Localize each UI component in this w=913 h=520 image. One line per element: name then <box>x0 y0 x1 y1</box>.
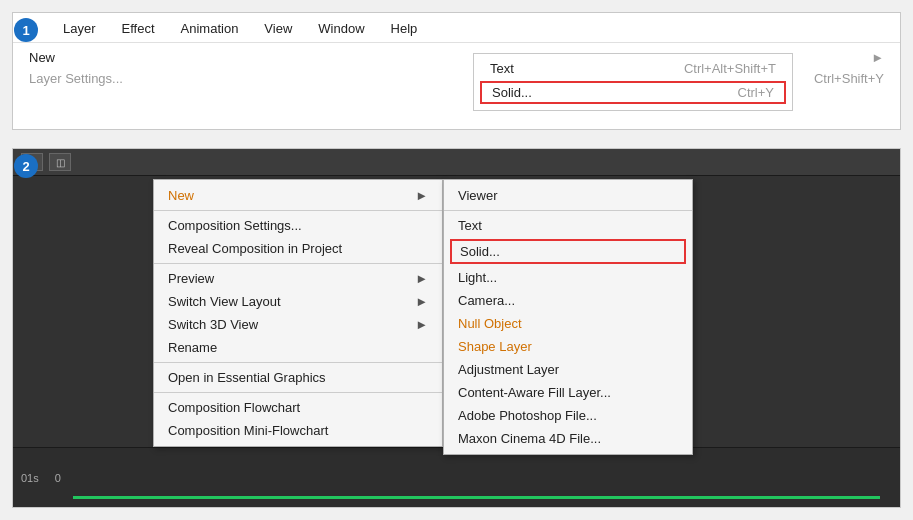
section1-panel: Layer Effect Animation View Window Help … <box>12 12 901 130</box>
sm2-viewer-row[interactable]: Viewer <box>444 184 692 207</box>
sm2-contentaware-row[interactable]: Content-Aware Fill Layer... <box>444 381 692 404</box>
dropdown1-new-arrow: ► <box>871 50 884 65</box>
section2-panel: ▭ ◫ 01s 0 New ► Composition Settings... … <box>12 148 901 508</box>
sm2-viewer-label: Viewer <box>458 188 498 203</box>
dd2-3dview-row[interactable]: Switch 3D View ► <box>154 313 442 336</box>
sm2-light-row[interactable]: Light... <box>444 266 692 289</box>
dd2-preview-row[interactable]: Preview ► <box>154 267 442 290</box>
dark-toolbar: ▭ ◫ <box>13 149 900 176</box>
submenu2: Viewer Text Solid... Light... Camera... … <box>443 179 693 455</box>
dd2-sep3 <box>154 362 442 363</box>
sm2-text-label: Text <box>458 218 482 233</box>
sm2-photoshop-label: Adobe Photoshop File... <box>458 408 597 423</box>
timeline-line <box>73 496 880 499</box>
sm2-null-label: Null Object <box>458 316 522 331</box>
menu-animation[interactable]: Animation <box>177 19 243 38</box>
menu-help[interactable]: Help <box>387 19 422 38</box>
sm2-cinema4d-label: Maxon Cinema 4D File... <box>458 431 601 446</box>
dd2-essential-label: Open in Essential Graphics <box>168 370 326 385</box>
dd2-sep2 <box>154 263 442 264</box>
submenu1-text-row[interactable]: Text Ctrl+Alt+Shift+T <box>474 58 792 79</box>
dropdown1-settings-shortcut: Ctrl+Shift+Y <box>814 71 884 86</box>
dd2-reveal-label: Reveal Composition in Project <box>168 241 342 256</box>
dd2-rename-row[interactable]: Rename <box>154 336 442 359</box>
submenu1-text-label: Text <box>490 61 684 76</box>
dd2-view-layout-row[interactable]: Switch View Layout ► <box>154 290 442 313</box>
menubar: Layer Effect Animation View Window Help <box>13 13 900 43</box>
submenu1-solid-shortcut: Ctrl+Y <box>738 85 774 100</box>
dd2-comp-settings-label: Composition Settings... <box>168 218 302 233</box>
sm2-shape-label: Shape Layer <box>458 339 532 354</box>
dd2-reveal-row[interactable]: Reveal Composition in Project <box>154 237 442 260</box>
dd2-new-row[interactable]: New ► <box>154 184 442 207</box>
submenu1: Text Ctrl+Alt+Shift+T Solid... Ctrl+Y <box>473 53 793 111</box>
dd2-essential-row[interactable]: Open in Essential Graphics <box>154 366 442 389</box>
step-badge-1: 1 <box>14 18 38 42</box>
dd2-rename-label: Rename <box>168 340 217 355</box>
timeline-label1: 01s <box>13 472 47 484</box>
dropdown2: New ► Composition Settings... Reveal Com… <box>153 179 443 447</box>
sm2-sep1 <box>444 210 692 211</box>
dd2-sep4 <box>154 392 442 393</box>
dark-background: ▭ ◫ 01s 0 New ► Composition Settings... … <box>13 149 900 507</box>
menu-effect[interactable]: Effect <box>118 19 159 38</box>
submenu1-solid-highlighted[interactable]: Solid... Ctrl+Y <box>480 81 786 104</box>
dd2-flowchart-label: Composition Flowchart <box>168 400 300 415</box>
sm2-text-row[interactable]: Text <box>444 214 692 237</box>
timeline-label2: 0 <box>47 472 69 484</box>
dd2-preview-arrow: ► <box>415 271 428 286</box>
sm2-solid-label: Solid... <box>460 244 500 259</box>
dd2-view-layout-arrow: ► <box>415 294 428 309</box>
dd2-new-label: New <box>168 188 194 203</box>
menu-view[interactable]: View <box>260 19 296 38</box>
sm2-light-label: Light... <box>458 270 497 285</box>
timeline-area: 01s 0 <box>13 447 900 507</box>
dd2-miniflowchart-row[interactable]: Composition Mini-Flowchart <box>154 419 442 442</box>
dd2-comp-settings-row[interactable]: Composition Settings... <box>154 214 442 237</box>
sm2-solid-highlighted[interactable]: Solid... <box>450 239 686 264</box>
dd2-3dview-label: Switch 3D View <box>168 317 258 332</box>
sm2-shape-row[interactable]: Shape Layer <box>444 335 692 358</box>
sm2-adjustment-label: Adjustment Layer <box>458 362 559 377</box>
dd2-sep1 <box>154 210 442 211</box>
sm2-null-row[interactable]: Null Object <box>444 312 692 335</box>
sm2-camera-label: Camera... <box>458 293 515 308</box>
sm2-contentaware-label: Content-Aware Fill Layer... <box>458 385 611 400</box>
dd2-preview-label: Preview <box>168 271 214 286</box>
menu-window[interactable]: Window <box>314 19 368 38</box>
submenu1-text-shortcut: Ctrl+Alt+Shift+T <box>684 61 776 76</box>
dd2-view-layout-label: Switch View Layout <box>168 294 281 309</box>
sm2-photoshop-row[interactable]: Adobe Photoshop File... <box>444 404 692 427</box>
dd2-3dview-arrow: ► <box>415 317 428 332</box>
toolbar-btn-2[interactable]: ◫ <box>49 153 71 171</box>
dd2-new-arrow: ► <box>415 188 428 203</box>
submenu1-solid-label: Solid... <box>492 85 738 100</box>
dd2-flowchart-row[interactable]: Composition Flowchart <box>154 396 442 419</box>
sm2-adjustment-row[interactable]: Adjustment Layer <box>444 358 692 381</box>
menu-layer[interactable]: Layer <box>59 19 100 38</box>
sm2-camera-row[interactable]: Camera... <box>444 289 692 312</box>
dd2-miniflowchart-label: Composition Mini-Flowchart <box>168 423 328 438</box>
sm2-cinema4d-row[interactable]: Maxon Cinema 4D File... <box>444 427 692 450</box>
step-badge-2: 2 <box>14 154 38 178</box>
